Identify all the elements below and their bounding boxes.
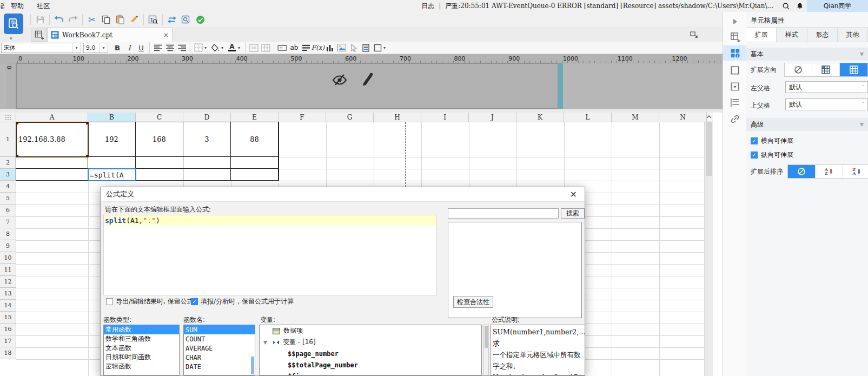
formula-search-input[interactable] — [448, 208, 559, 219]
app-logo-button[interactable] — [4, 14, 23, 34]
border-box-icon[interactable] — [372, 42, 383, 53]
hyperlink-icon[interactable] — [723, 111, 747, 127]
collapse-panel-icon[interactable] — [723, 14, 747, 29]
tab-扩展[interactable]: 扩展 — [746, 28, 777, 42]
widget-settings-icon[interactable] — [723, 63, 747, 78]
dialog-close-icon[interactable]: ✕ — [570, 189, 577, 200]
function-type-数学和三角函数[interactable]: 数学和三角函数 — [104, 334, 179, 344]
tree-item[interactable]: $$totalPage_number — [260, 359, 481, 371]
tree-expand-icon[interactable]: ▼ — [263, 340, 267, 345]
cell-D1[interactable]: 3 — [183, 122, 231, 157]
sort-descending-button[interactable]: ZA⇓ — [843, 165, 868, 178]
row-header-18[interactable]: 18 — [0, 347, 16, 359]
font-color-icon[interactable]: A — [226, 42, 238, 53]
variables-scrollbar[interactable] — [483, 325, 489, 375]
chevron-down-icon[interactable]: ▾ — [204, 45, 209, 50]
sort-none-button[interactable] — [788, 165, 816, 178]
column-header-G[interactable]: G — [326, 113, 374, 122]
column-header-E[interactable]: E — [231, 113, 279, 122]
dialog-titlebar[interactable]: 公式定义 — [101, 187, 585, 202]
cell-A2[interactable] — [16, 157, 88, 169]
row-header-3[interactable]: 3 — [0, 169, 16, 181]
edit-pencil-icon[interactable] — [360, 72, 374, 88]
tab-形态[interactable]: 形态 — [807, 28, 838, 42]
cell-E2[interactable] — [231, 157, 279, 169]
column-header-H[interactable]: H — [374, 113, 421, 122]
float-element-icon[interactable] — [723, 95, 747, 110]
row-header-15[interactable]: 15 — [0, 312, 16, 324]
validate-button[interactable]: 检查合法性 — [453, 296, 493, 308]
row-header-13[interactable]: 13 — [0, 288, 16, 300]
cell-C3[interactable] — [136, 169, 183, 181]
tree-item[interactable]: 数据项 — [260, 325, 481, 337]
cell-C2[interactable] — [136, 157, 183, 169]
checkbox-checked[interactable]: ✓ — [751, 151, 758, 159]
function-type-常用函数[interactable]: 常用函数 — [104, 325, 179, 334]
bell-icon[interactable] — [793, 0, 807, 12]
expand-horizontal-button[interactable] — [840, 63, 867, 76]
function-name-AVERAGE[interactable]: AVERAGE — [184, 344, 255, 353]
function-name-SUM[interactable]: SUM — [184, 325, 255, 334]
function-name-COUNT[interactable]: COUNT — [184, 334, 255, 344]
tree-item[interactable]: ▼变量 - [16] — [260, 337, 481, 348]
tab-样式[interactable]: 样式 — [777, 28, 807, 42]
column-header-C[interactable]: C — [136, 113, 183, 122]
menu-item-社区[interactable]: 社区 — [30, 2, 56, 11]
horizontal-extendable-option[interactable]: ✓ 横向可伸展 — [751, 136, 793, 146]
column-header-F[interactable]: F — [279, 113, 326, 122]
align-right-icon[interactable] — [176, 42, 188, 53]
row-header-14[interactable]: 14 — [0, 300, 16, 312]
log-label[interactable]: 日志 — [421, 2, 434, 11]
column-header-J[interactable]: J — [469, 113, 516, 122]
vertical-extendable-option[interactable]: ✓ 纵向可伸展 — [751, 150, 793, 160]
condition-attributes-icon[interactable] — [723, 79, 747, 94]
row-header-8[interactable]: 8 — [0, 228, 16, 240]
cell-E1[interactable]: 88 — [231, 122, 279, 157]
editing-cell-b3[interactable]: =split(A — [88, 168, 136, 181]
cell-element-icon[interactable] — [723, 29, 747, 44]
function-type-日期和时间函数[interactable]: 日期和时间函数 — [104, 353, 179, 362]
scrollbar-thumb[interactable] — [251, 357, 254, 374]
expand-vertical-button[interactable] — [812, 63, 840, 76]
chevron-down-icon[interactable]: ▾ — [221, 45, 226, 50]
search-settings-icon[interactable] — [179, 13, 193, 26]
pointer-icon[interactable] — [348, 42, 360, 53]
column-header-I[interactable]: I — [421, 113, 469, 122]
grid-vertical-scrollbar[interactable] — [704, 113, 713, 376]
row-header-6[interactable]: 6 — [0, 205, 16, 216]
row-header-4[interactable]: 4 — [0, 181, 16, 193]
parameter-pane-canvas[interactable] — [16, 63, 558, 109]
cell-A1[interactable]: 192.168.3.88 — [16, 122, 88, 157]
image-icon[interactable] — [336, 42, 348, 53]
cell-D3[interactable] — [183, 169, 231, 181]
eye-slash-icon[interactable] — [331, 72, 348, 88]
chart-icon[interactable] — [324, 42, 336, 53]
page-setup-icon[interactable] — [360, 42, 372, 53]
export-keep-formula-option[interactable]: 导出/编辑结果时, 保留公式 — [106, 297, 194, 306]
fill-color-icon[interactable] — [209, 42, 221, 53]
column-header-K[interactable]: K — [516, 113, 564, 122]
row-header-17[interactable]: 17 — [0, 335, 16, 347]
chevron-down-icon[interactable]: ▾ — [383, 45, 388, 50]
fill-keep-formula-option[interactable]: ✓ 填报/分析时，保留公式用于计算 — [191, 297, 294, 306]
column-header-D[interactable]: D — [183, 113, 231, 122]
menu-item-帮助[interactable]: 帮助 — [4, 2, 30, 11]
function-name-CHAR[interactable]: CHAR — [184, 353, 255, 362]
find-text-icon[interactable]: T — [146, 13, 160, 26]
save-icon[interactable] — [33, 13, 47, 26]
row-header-5[interactable]: 5 — [0, 193, 16, 205]
column-header-M[interactable]: M — [612, 113, 659, 122]
cell-attributes-icon[interactable]: i — [723, 45, 747, 61]
grid-corner-select-all[interactable] — [0, 113, 16, 122]
row-header-11[interactable]: 11 — [0, 264, 16, 276]
column-header-L[interactable]: L — [564, 113, 612, 122]
left-parent-select[interactable]: 默认˅ — [785, 81, 868, 93]
checkbox-unchecked[interactable] — [106, 298, 113, 305]
function-name-DATE[interactable]: DATE — [184, 362, 255, 371]
chevron-down-icon[interactable]: ▾ — [238, 45, 243, 50]
new-template-button[interactable] — [31, 28, 47, 42]
checkbox-checked[interactable]: ✓ — [191, 298, 198, 305]
row-header-7[interactable]: 7 — [0, 216, 16, 228]
column-header-A[interactable]: A — [16, 113, 88, 122]
column-header-N[interactable]: N — [659, 113, 707, 122]
